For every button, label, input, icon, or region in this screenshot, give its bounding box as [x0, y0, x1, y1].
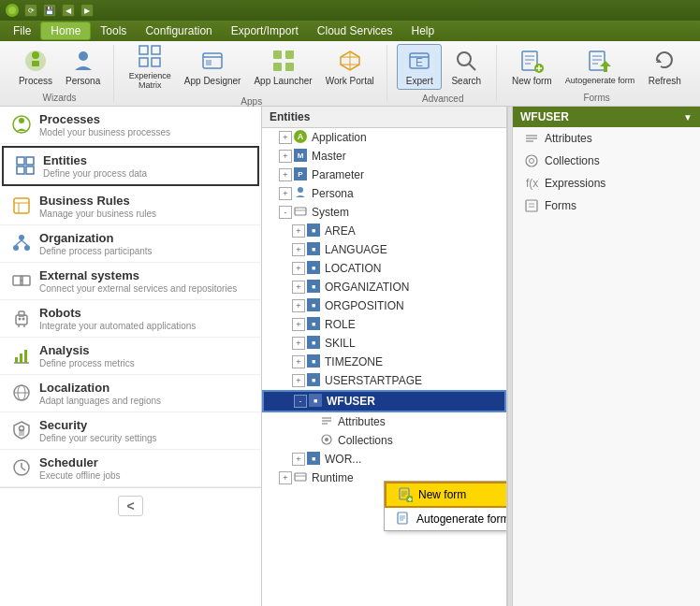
svg-text:E: E: [416, 56, 423, 69]
search-label: Search: [451, 76, 481, 86]
sidebar-item-robots[interactable]: Robots Integrate your automated applicat…: [0, 300, 261, 338]
svg-rect-14: [273, 63, 282, 71]
search-button[interactable]: Search: [444, 44, 489, 90]
expand-system[interactable]: -: [279, 206, 292, 219]
svg-point-92: [526, 155, 537, 166]
sidebar-item-entities[interactable]: Entities Define your process data: [2, 146, 259, 186]
persona-button[interactable]: Persona: [60, 45, 106, 89]
tree-node-orgposition[interactable]: + ■ ORGPOSITION: [262, 296, 506, 315]
process-button[interactable]: Process: [13, 45, 58, 89]
menu-tools[interactable]: Tools: [91, 22, 136, 39]
menu-cloud-services[interactable]: Cloud Services: [308, 22, 402, 39]
tree-node-system[interactable]: - System: [262, 203, 506, 222]
tree-node-workflowroles[interactable]: + ■ WOR...: [262, 450, 506, 469]
svg-point-34: [19, 118, 24, 123]
persona-icon: [70, 48, 96, 74]
sidebar-item-business-rules[interactable]: Business Rules Manage your business rule…: [0, 188, 261, 225]
tree-node-master[interactable]: + M Master: [262, 147, 506, 166]
right-panel-item-forms[interactable]: Forms: [513, 195, 700, 217]
tree-node-area[interactable]: + ■ AREA: [262, 222, 506, 240]
right-panel-item-attributes[interactable]: Attributes: [513, 127, 700, 150]
new-form-toolbar-button[interactable]: New form: [506, 45, 558, 89]
localization-text: Localization Adapt languages and regions: [39, 381, 252, 406]
expand-orgposition[interactable]: +: [292, 299, 305, 312]
sidebar-collapse-button[interactable]: <: [118, 496, 142, 516]
expand-wfuser[interactable]: -: [294, 395, 307, 408]
tree-node-location[interactable]: + ■ LOCATION: [262, 259, 506, 278]
expand-master[interactable]: +: [279, 150, 292, 163]
expand-organization[interactable]: +: [292, 281, 305, 294]
vertical-splitter[interactable]: [507, 107, 513, 606]
title-bar-control-4[interactable]: ▶: [80, 4, 94, 17]
right-panel-item-collections[interactable]: Collections: [513, 150, 700, 172]
refresh-toolbar-button[interactable]: Refresh: [642, 45, 687, 89]
app-designer-button[interactable]: App Designer: [179, 40, 247, 93]
title-bar-control-3[interactable]: ◀: [62, 4, 75, 17]
tree-node-collections[interactable]: Collections: [262, 431, 506, 450]
toolbar: Process Persona Wizards: [0, 41, 700, 107]
tree-node-persona[interactable]: + Persona: [262, 184, 506, 203]
tree-node-wfuser[interactable]: - ■ WFUSER: [262, 390, 506, 412]
expand-skill[interactable]: +: [292, 337, 305, 350]
processes-icon: [11, 114, 32, 135]
svg-rect-3: [32, 61, 39, 66]
new-form-context-icon: [398, 487, 413, 502]
menu-file[interactable]: File: [4, 22, 40, 39]
sidebar-item-organization[interactable]: Organization Define process participants: [0, 225, 261, 263]
title-bar-control-1[interactable]: ⟳: [24, 4, 37, 17]
expand-role[interactable]: +: [292, 318, 305, 331]
wfuser-label: WFUSER: [327, 395, 375, 408]
area-label: AREA: [325, 224, 356, 238]
expand-userstartpage[interactable]: +: [292, 374, 305, 387]
work-portal-button[interactable]: Work Portal: [320, 40, 380, 93]
right-panel-item-expressions[interactable]: f(x) Expressions: [513, 172, 700, 195]
external-systems-title: External systems: [39, 268, 252, 282]
svg-rect-59: [24, 350, 27, 363]
sidebar-item-external-systems[interactable]: External systems Connect your external s…: [0, 263, 261, 300]
right-panel: WFUSER ▼ Attributes Collections f(x) Exp…: [513, 107, 700, 606]
expand-language[interactable]: +: [292, 243, 305, 256]
business-rules-desc: Manage your business rules: [39, 209, 252, 219]
tree-node-organization[interactable]: + ■ ORGANIZATION: [262, 278, 506, 296]
menu-configuration[interactable]: Configuration: [136, 22, 221, 39]
expand-application[interactable]: +: [279, 131, 292, 144]
menu-export-import[interactable]: Export/Import: [222, 22, 308, 39]
tree-node-role[interactable]: + ■ ROLE: [262, 315, 506, 334]
timezone-icon: ■: [307, 354, 322, 369]
expert-button[interactable]: E Expert: [397, 44, 442, 90]
sidebar-item-analysis[interactable]: Analysis Define process metrics: [0, 338, 261, 375]
security-icon: [11, 420, 32, 440]
expand-parameter[interactable]: +: [279, 168, 292, 181]
tree-node-skill[interactable]: + ■ SKILL: [262, 334, 506, 353]
svg-rect-5: [139, 46, 148, 54]
expert-icon: E: [406, 48, 432, 74]
expand-location[interactable]: +: [292, 262, 305, 275]
expert-label: Expert: [406, 76, 433, 86]
expand-persona[interactable]: +: [279, 187, 292, 200]
tree-node-userstartpage[interactable]: + ■ USERSTARTPAGE: [262, 371, 506, 390]
expand-timezone[interactable]: +: [292, 355, 305, 368]
tree-node-application[interactable]: + A Application: [262, 128, 506, 147]
app-launcher-button[interactable]: App Launcher: [248, 40, 317, 93]
tree-node-timezone[interactable]: + ■ TIMEZONE: [262, 353, 506, 371]
title-bar-control-2[interactable]: 💾: [43, 4, 56, 17]
tree-node-attributes[interactable]: Attributes: [262, 412, 506, 431]
sidebar-item-localization[interactable]: Localization Adapt languages and regions: [0, 375, 261, 412]
robots-title: Robots: [39, 306, 252, 320]
expand-workflowroles[interactable]: +: [292, 453, 305, 466]
sidebar-item-security[interactable]: Security Define your security settings: [0, 412, 261, 450]
svg-point-52: [19, 318, 22, 321]
autogenerate-form-toolbar-button[interactable]: Autogenerate form: [560, 45, 641, 89]
menu-help[interactable]: Help: [402, 22, 445, 39]
menu-bar: File Home Tools Configuration Export/Imp…: [0, 21, 700, 41]
tree-node-language[interactable]: + ■ LANGUAGE: [262, 240, 506, 259]
sidebar-item-processes[interactable]: Processes Model your business processes: [0, 107, 261, 144]
menu-home[interactable]: Home: [40, 22, 91, 40]
tree-node-parameter[interactable]: + P Parameter: [262, 166, 506, 184]
expand-area[interactable]: +: [292, 224, 305, 238]
sidebar-item-scheduler[interactable]: Scheduler Execute offline jobs: [0, 450, 261, 487]
experience-matrix-button[interactable]: ExperienceMatrix: [124, 40, 177, 93]
expand-runtime[interactable]: +: [279, 471, 292, 484]
context-menu-autogenerate-form[interactable]: Autogenerate form: [385, 508, 507, 530]
context-menu-new-form[interactable]: New form: [385, 482, 507, 508]
